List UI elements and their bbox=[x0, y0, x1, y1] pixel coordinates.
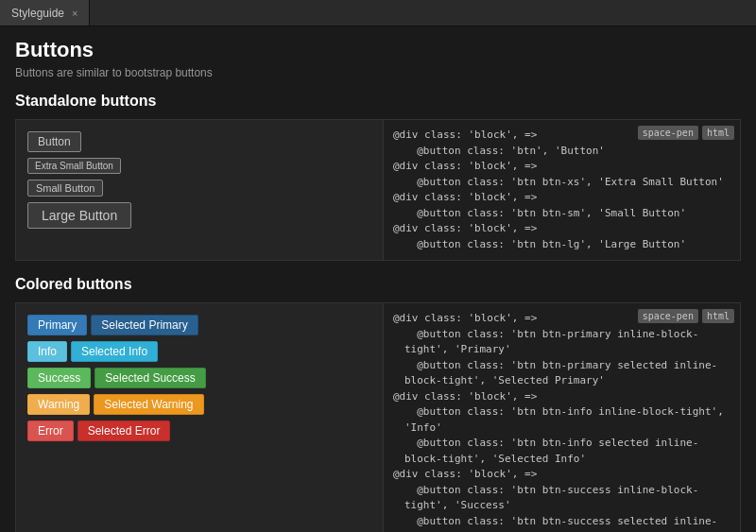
button-primary-selected[interactable]: Selected Primary bbox=[91, 315, 198, 335]
tab-bar: Styleguide × bbox=[0, 0, 756, 26]
standalone-btn-group-4: Large Button bbox=[27, 202, 371, 229]
code-line-4: @button class: 'btn btn-xs', 'Extra Smal… bbox=[393, 175, 730, 191]
button-error-selected[interactable]: Selected Error bbox=[77, 420, 171, 441]
standalone-section: Button Extra Small Button Small Button L… bbox=[15, 119, 741, 261]
button-sm[interactable]: Small Button bbox=[27, 180, 103, 197]
button-default[interactable]: Button bbox=[27, 131, 81, 152]
button-primary[interactable]: Primary bbox=[27, 315, 87, 335]
code-line-3: @div class: 'block', => bbox=[393, 159, 730, 175]
colored-badges: space-pen html bbox=[638, 309, 734, 323]
standalone-btn-group-3: Small Button bbox=[27, 180, 371, 197]
code-line-5: @div class: 'block', => bbox=[393, 190, 730, 206]
button-xs[interactable]: Extra Small Button bbox=[27, 158, 121, 174]
standalone-btn-group-1: Button bbox=[27, 131, 371, 152]
colored-btn-group-info: Info Selected Info bbox=[27, 341, 371, 362]
colored-code-line-9: @button class: 'btn btn-success selected… bbox=[393, 514, 730, 533]
code-line-2: @button class: 'btn', 'Button' bbox=[393, 144, 730, 160]
colored-section: Primary Selected Primary Info Selected I… bbox=[15, 302, 741, 532]
colored-code-line-8: @button class: 'btn btn-success inline-b… bbox=[393, 483, 730, 514]
main-content: Buttons Buttons are similar to bootstrap… bbox=[0, 26, 756, 532]
button-warning-selected[interactable]: Selected Warning bbox=[94, 394, 203, 415]
colored-badge-html: html bbox=[702, 309, 734, 323]
standalone-badges: space-pen html bbox=[638, 126, 734, 140]
colored-btn-group-success: Success Selected Success bbox=[27, 368, 371, 388]
button-info-selected[interactable]: Selected Info bbox=[71, 341, 158, 362]
badge-html: html bbox=[702, 126, 734, 140]
button-lg[interactable]: Large Button bbox=[27, 202, 131, 229]
colored-btn-group-primary: Primary Selected Primary bbox=[27, 315, 371, 335]
standalone-preview: Button Extra Small Button Small Button L… bbox=[15, 119, 384, 261]
colored-code-line-3: @button class: 'btn btn-primary selected… bbox=[393, 358, 730, 389]
styleguide-tab[interactable]: Styleguide × bbox=[0, 0, 90, 26]
tab-close-icon[interactable]: × bbox=[72, 8, 77, 19]
colored-code: space-pen html @div class: 'block', => @… bbox=[384, 302, 741, 532]
standalone-heading: Standalone buttons bbox=[15, 93, 741, 110]
colored-preview: Primary Selected Primary Info Selected I… bbox=[15, 302, 384, 532]
colored-badge-space-pen: space-pen bbox=[638, 309, 698, 323]
colored-btn-group-error: Error Selected Error bbox=[27, 420, 371, 441]
page-title: Buttons bbox=[15, 38, 741, 62]
button-warning[interactable]: Warning bbox=[27, 394, 90, 415]
code-line-6: @button class: 'btn btn-sm', 'Small Butt… bbox=[393, 206, 730, 222]
colored-code-line-6: @button class: 'btn btn-info selected in… bbox=[393, 436, 730, 467]
code-line-7: @div class: 'block', => bbox=[393, 221, 730, 237]
code-line-8: @button class: 'btn btn-lg', 'Large Butt… bbox=[393, 237, 730, 253]
button-success[interactable]: Success bbox=[27, 368, 91, 388]
button-success-selected[interactable]: Selected Success bbox=[94, 368, 205, 388]
colored-code-line-7: @div class: 'block', => bbox=[393, 467, 730, 483]
page-subtitle: Buttons are similar to bootstrap buttons bbox=[15, 66, 741, 79]
colored-code-line-2: @button class: 'btn btn-primary inline-b… bbox=[393, 327, 730, 358]
colored-btn-group-warning: Warning Selected Warning bbox=[27, 394, 371, 415]
colored-code-line-5: @button class: 'btn btn-info inline-bloc… bbox=[393, 404, 730, 436]
colored-heading: Colored buttons bbox=[15, 276, 741, 293]
standalone-btn-group-2: Extra Small Button bbox=[27, 158, 371, 174]
standalone-code: space-pen html @div class: 'block', => @… bbox=[384, 119, 741, 261]
colored-code-line-4: @div class: 'block', => bbox=[393, 389, 730, 405]
badge-space-pen: space-pen bbox=[638, 126, 698, 140]
button-info[interactable]: Info bbox=[27, 341, 67, 362]
tab-label: Styleguide bbox=[11, 7, 64, 20]
button-error[interactable]: Error bbox=[27, 420, 74, 441]
